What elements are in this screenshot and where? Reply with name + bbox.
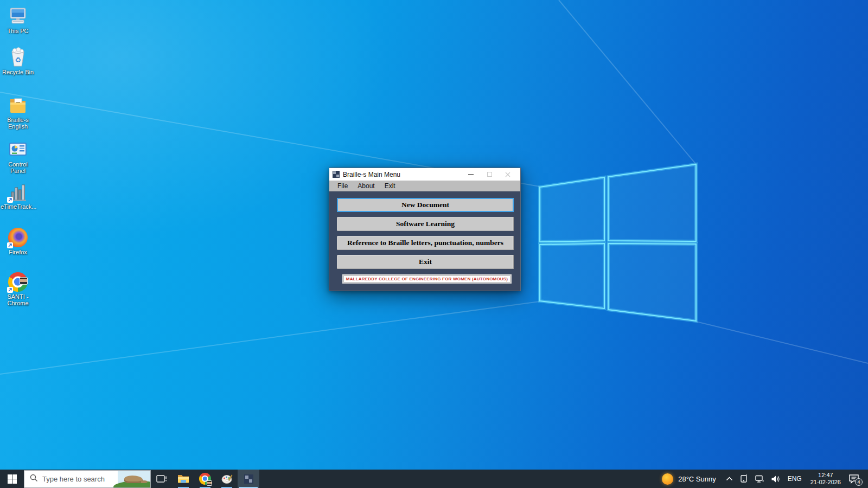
window-title: Braille-s Main Menu — [343, 171, 462, 178]
minimize-button[interactable] — [462, 168, 480, 181]
weather-text: 28°C Sunny — [678, 475, 716, 483]
chrome-taskbar-button[interactable] — [194, 470, 216, 488]
device-tray-button[interactable] — [736, 470, 751, 488]
desktop-wallpaper: This PC ♻ Recycle Bin Braille-s — [0, 0, 868, 488]
firefox-icon — [7, 227, 29, 248]
search-highlight-image[interactable] — [118, 471, 150, 487]
windows-logo-icon — [8, 474, 17, 484]
desktop-icon-braille-english[interactable]: Braille-s English — [0, 94, 36, 130]
clock-date: 21-02-2026 — [810, 479, 841, 486]
sunny-weather-icon — [662, 473, 673, 485]
speaker-icon — [771, 475, 780, 483]
desktop-icon-etimetrack[interactable]: eTimeTrack... — [0, 181, 36, 210]
network-icon — [755, 475, 764, 483]
maximize-button — [480, 168, 499, 181]
paint-taskbar-button[interactable] — [216, 470, 238, 488]
desktop-icon-label: Firefox — [9, 249, 27, 255]
braille-app-icon — [244, 474, 253, 484]
volume-tray-button[interactable] — [768, 470, 783, 488]
paint-icon — [221, 473, 233, 485]
desktop-icon-firefox[interactable]: Firefox — [0, 227, 36, 255]
desktop-icon-santi-chrome[interactable]: SANTI - Chrome — [0, 271, 36, 306]
window-menubar: File About Exit — [329, 181, 520, 191]
desktop-icon-label: Braille-s English — [1, 117, 35, 130]
clock[interactable]: 12:47 21-02-2026 — [806, 472, 845, 486]
file-explorer-button[interactable] — [173, 470, 194, 488]
recycle-bin-icon: ♻ — [7, 47, 29, 68]
braille-main-menu-window: Braille-s Main Menu File About Exit New … — [329, 168, 521, 291]
desktop-icon-this-pc[interactable]: This PC — [0, 5, 36, 34]
chrome-icon — [199, 473, 211, 485]
window-titlebar[interactable]: Braille-s Main Menu — [329, 168, 520, 181]
bar-chart-icon — [7, 181, 29, 203]
profile-photo — [20, 277, 28, 285]
window-body: New Document Software Learning Reference… — [329, 191, 520, 291]
desktop-icon-label: SANTI - Chrome — [1, 293, 35, 306]
language-indicator[interactable]: ENG — [783, 475, 806, 483]
clock-time: 12:47 — [810, 472, 841, 479]
search-icon — [30, 474, 38, 484]
menu-file[interactable]: File — [334, 182, 352, 190]
weather-widget[interactable]: 28°C Sunny — [655, 470, 723, 488]
system-tray: 28°C Sunny — [655, 470, 868, 488]
control-panel-icon — [7, 139, 29, 160]
shortcut-arrow-icon — [7, 287, 13, 293]
new-document-button[interactable]: New Document — [337, 198, 514, 212]
action-center-button[interactable]: 4 — [845, 470, 865, 488]
task-view-icon — [156, 474, 167, 484]
start-button[interactable] — [0, 470, 24, 488]
this-pc-icon — [7, 5, 29, 27]
network-tray-button[interactable] — [751, 470, 768, 488]
desktop-icon-label: eTimeTrack... — [1, 203, 35, 210]
menu-about[interactable]: About — [354, 182, 378, 190]
desktop-icon-recycle-bin[interactable]: ♻ Recycle Bin — [0, 47, 36, 75]
menu-exit[interactable]: Exit — [381, 182, 399, 190]
search-input[interactable]: Type here to search — [24, 470, 151, 488]
braille-reference-button[interactable]: Reference to Braille letters, punctuatio… — [337, 236, 514, 250]
shortcut-arrow-icon — [7, 197, 13, 203]
desktop-icon-control-panel[interactable]: Control Panel — [0, 139, 36, 174]
braille-app-taskbar-button[interactable] — [238, 470, 259, 488]
profile-photo — [207, 480, 212, 486]
hidden-icons-chevron[interactable] — [723, 470, 736, 488]
file-explorer-icon — [177, 473, 189, 484]
software-learning-button[interactable]: Software Learning — [337, 217, 514, 231]
svg-text:♻: ♻ — [15, 56, 21, 64]
desktop-icon-label: Recycle Bin — [2, 69, 34, 75]
close-button[interactable] — [499, 168, 517, 181]
shortcut-arrow-icon — [7, 242, 13, 248]
desktop-icon-label: Control Panel — [1, 161, 35, 174]
college-banner: MALLAREDDY COLLEGE OF ENGINEERING FOR WO… — [342, 274, 512, 284]
chrome-profile-icon — [7, 271, 29, 293]
folder-icon — [7, 94, 29, 116]
college-banner-text: MALLAREDDY COLLEGE OF ENGINEERING FOR WO… — [346, 277, 508, 281]
notification-count-badge: 4 — [855, 478, 863, 486]
exit-button[interactable]: Exit — [337, 255, 514, 269]
desktop-icon-label: This PC — [7, 28, 28, 34]
braille-app-icon — [333, 171, 340, 178]
device-icon — [739, 474, 748, 483]
chevron-up-icon — [726, 477, 733, 481]
taskbar: Type here to search — [0, 470, 868, 488]
task-view-button[interactable] — [151, 470, 173, 488]
